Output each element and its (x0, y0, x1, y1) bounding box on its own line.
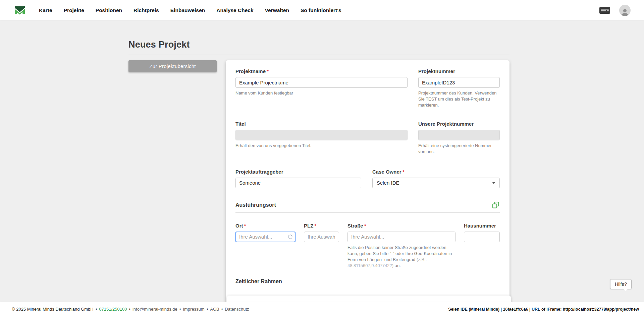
footer-link-email[interactable]: info@mineral-minds.de (132, 307, 177, 312)
person-icon (621, 8, 629, 16)
footer-session-info: Selen IDE (Mineral Minds) | 16fae1ffc6a6… (448, 307, 639, 312)
navbar-right (599, 5, 631, 16)
field-projektname: Projektname* Name vom Kunden festlegbar (235, 68, 408, 108)
copy-icon[interactable] (492, 201, 500, 209)
footer-user: Selen IDE (448, 307, 468, 312)
mineral-minds-logo-icon (13, 4, 26, 17)
section-ausfuehrungsort: Ausführungsort (235, 201, 500, 213)
ort-input[interactable] (235, 232, 296, 242)
main-nav: Karte Projekte Positionen Richtpreis Ein… (39, 7, 341, 13)
nav-item-projekte[interactable]: Projekte (64, 7, 84, 13)
top-navbar: Karte Projekte Positionen Richtpreis Ein… (0, 0, 644, 20)
nav-item-positionen[interactable]: Positionen (96, 7, 122, 13)
footer-session-rest: (Mineral Minds) | 16fae1ffc6a6 | URL of … (468, 307, 639, 312)
project-overview-button[interactable]: Zur Projektübersicht (128, 60, 217, 72)
form-row-1: Projektname* Name vom Kunden festlegbar … (235, 68, 500, 108)
titel-input (235, 130, 408, 140)
plz-input[interactable] (304, 232, 339, 242)
nav-item-verwalten[interactable]: Verwalten (265, 7, 289, 13)
form-row-2: Titel Erhält den von uns vorgegebenen Ti… (235, 121, 500, 155)
projektauftraggeber-input[interactable] (235, 178, 361, 188)
titel-helper: Erhält den von uns vorgegebenen Titel. (235, 143, 408, 149)
footer-left: © 2025 Mineral Minds Deutschland GmbH • … (12, 307, 249, 312)
field-unsere-projektnummer: Unsere Projektnummer Erhält eine systemg… (418, 121, 500, 155)
projektname-input[interactable] (235, 77, 408, 88)
plz-label: PLZ* (304, 223, 339, 229)
footer-link-impressum[interactable]: Impressum (183, 307, 204, 312)
case-owner-label: Case Owner* (372, 169, 500, 175)
nav-item-richtpreis[interactable]: Richtpreis (133, 7, 159, 13)
brand-logo[interactable] (13, 3, 27, 17)
project-form-card: Projektname* Name vom Kunden festlegbar … (226, 60, 509, 316)
case-owner-selected-value: Selen IDE (377, 180, 399, 186)
hausnummer-input[interactable] (464, 232, 500, 242)
hausnummer-label: Hausnummer (464, 223, 500, 229)
titel-label: Titel (235, 121, 408, 127)
left-column: Zur Projektübersicht (128, 60, 226, 72)
page-title: Neues Projekt (128, 40, 509, 50)
form-row-3: Projektauftraggeber Case Owner* Selen ID… (235, 169, 500, 188)
footer-link-phone[interactable]: 07151/250100 (99, 307, 127, 312)
field-strasse: Straße* Falls die Position keiner Straße… (347, 223, 455, 269)
unsere-projektnummer-input (418, 130, 500, 140)
nav-item-analyse-check[interactable]: Analyse Check (216, 7, 253, 13)
projektauftraggeber-label: Projektauftraggeber (235, 169, 361, 175)
field-ort: Ort* (235, 223, 296, 269)
strasse-label: Straße* (347, 223, 455, 229)
strasse-helper: Falls die Position keiner Straße zugeord… (347, 245, 455, 269)
form-row-4: Ort* PLZ* Straße* Falls die Position kei… (235, 223, 500, 269)
user-avatar[interactable] (619, 5, 631, 16)
title-divider (128, 55, 509, 55)
required-marker: * (364, 223, 366, 229)
content-area: Zur Projektübersicht Projektname* Name v… (128, 60, 509, 316)
loading-spinner-icon (288, 235, 292, 239)
required-marker: * (314, 223, 316, 229)
projektname-label: Projektname* (235, 68, 408, 74)
required-marker: * (267, 68, 269, 74)
nav-item-einbauweisen[interactable]: Einbauweisen (170, 7, 205, 13)
projektname-helper: Name vom Kunden festlegbar (235, 90, 408, 96)
projektnummer-label: Projektnummer (418, 68, 500, 74)
nav-item-karte[interactable]: Karte (39, 7, 52, 13)
field-plz: PLZ* (304, 223, 339, 269)
ort-label: Ort* (235, 223, 296, 229)
required-marker: * (244, 223, 246, 229)
footer: © 2025 Mineral Minds Deutschland GmbH • … (0, 302, 644, 316)
field-case-owner: Case Owner* Selen IDE (372, 169, 500, 188)
keyboard-icon[interactable] (599, 6, 610, 14)
field-titel: Titel Erhält den von uns vorgegebenen Ti… (235, 121, 408, 155)
copyright-text: © 2025 Mineral Minds Deutschland GmbH (12, 307, 94, 312)
section-zeitlicher-rahmen: Zeitlicher Rahmen (235, 278, 500, 288)
footer-link-agb[interactable]: AGB (210, 307, 219, 312)
nav-item-so-funktionierts[interactable]: So funktioniert's (301, 7, 341, 13)
zeitlicher-rahmen-title: Zeitlicher Rahmen (235, 278, 282, 285)
field-hausnummer: Hausnummer (464, 223, 500, 269)
chevron-down-icon (492, 182, 495, 184)
case-owner-select[interactable]: Selen IDE (372, 178, 500, 188)
page-header: Neues Projekt (128, 40, 509, 55)
help-button[interactable]: Hilfe? (610, 279, 632, 289)
footer-link-datenschutz[interactable]: Datenschutz (225, 307, 249, 312)
strasse-input[interactable] (347, 232, 455, 242)
unsere-projektnummer-label: Unsere Projektnummer (418, 121, 500, 127)
unsere-projektnummer-helper: Erhält eine systemgenerierte Nummer von … (418, 143, 500, 155)
field-projektauftraggeber: Projektauftraggeber (235, 169, 361, 188)
projektnummer-input[interactable] (418, 77, 500, 88)
projektnummer-helper: Projektnummer des Kunden. Verwenden Sie … (418, 90, 500, 108)
ausfuehrungsort-title: Ausführungsort (235, 202, 276, 208)
required-marker: * (402, 169, 405, 175)
field-projektnummer: Projektnummer Projektnummer des Kunden. … (418, 68, 500, 108)
